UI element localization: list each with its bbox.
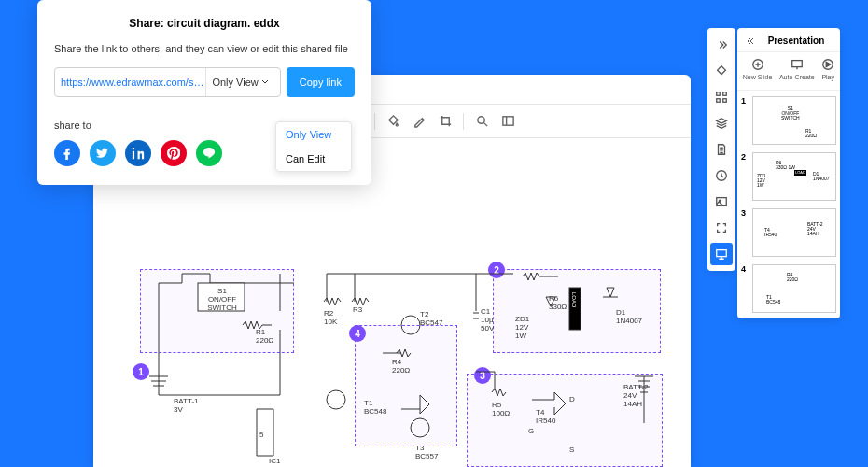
presentation-panel: Presentation New Slide Auto-Create Play … (737, 28, 840, 318)
play-button[interactable]: Play (821, 58, 834, 80)
share-desc: Share the link to others, and they can v… (54, 43, 355, 54)
presentation-title: Presentation (760, 35, 833, 46)
divider (463, 113, 464, 130)
permission-dropdown: Only View Can Edit (275, 121, 352, 172)
perm-only-view[interactable]: Only View (276, 122, 351, 147)
slide-thumb: R6330Ω 1W ZD112V1W LOAD D11N4007 (752, 152, 836, 201)
lbl-g: G (528, 428, 534, 436)
slide-num: 1 (741, 96, 749, 145)
presentation-icon[interactable] (710, 243, 733, 265)
fill-tool[interactable] (385, 113, 401, 130)
expand-tool[interactable] (499, 113, 516, 130)
svg-rect-21 (717, 250, 727, 257)
slide-thumb: R4220Ω T1BC548 (752, 264, 836, 313)
lbl-t4: T4 IR540 (536, 409, 555, 426)
lbl-p5: 5 (259, 432, 263, 440)
new-slide-button[interactable]: New Slide (743, 58, 773, 80)
slide-num: 2 (741, 152, 749, 201)
lbl-d: D (569, 396, 575, 404)
collapse-icon[interactable] (710, 34, 733, 56)
fullscreen-icon[interactable] (710, 217, 733, 239)
svg-point-11 (401, 316, 420, 334)
lbl-t2: T2 BC547 (420, 311, 442, 328)
slide-thumb: S1ON/OFFSWITCH R1220Ω (752, 96, 836, 145)
perm-can-edit[interactable]: Can Edit (276, 147, 351, 171)
svg-rect-14 (717, 92, 721, 96)
lbl-d1: D1 1N4007 (616, 309, 642, 326)
lbl-r5: R5 100Ω (492, 402, 510, 418)
circuit-svg (131, 213, 691, 467)
svg-point-10 (327, 390, 345, 409)
svg-point-12 (411, 418, 429, 437)
slide-item[interactable]: 1 S1ON/OFFSWITCH R1220Ω (741, 96, 836, 145)
share-title: Share: circuit diagram. eddx (54, 17, 355, 30)
lbl-r4: R4 220Ω (392, 359, 410, 375)
chevron-down-icon (261, 78, 269, 86)
image-icon[interactable] (710, 191, 733, 213)
slide-num: 3 (741, 208, 749, 257)
lbl-ic1: IC1 MCT2E (269, 458, 294, 467)
lbl-load: LOAD (570, 292, 577, 307)
lbl-t1: T1 BC548 (364, 400, 386, 417)
share-permission-select[interactable]: Only View (205, 68, 273, 96)
right-ribbon (707, 28, 735, 271)
copy-link-button[interactable]: Copy link (287, 67, 355, 97)
lbl-s1: S1 ON/OFF SWITCH (203, 288, 241, 312)
search-tool[interactable] (473, 113, 490, 130)
line-icon[interactable] (196, 140, 222, 166)
twitter-icon[interactable] (90, 140, 116, 166)
svg-point-7 (477, 117, 484, 124)
facebook-icon[interactable] (54, 140, 80, 166)
share-dialog: Share: circuit diagram. eddx Share the l… (37, 0, 371, 185)
slide-item[interactable]: 3 T4IR540 BATT-224V14AH (741, 208, 836, 257)
slide-thumb: T4IR540 BATT-224V14AH (752, 208, 836, 257)
slide-item[interactable]: 2 R6330Ω 1W ZD112V1W LOAD D11N4007 (741, 152, 836, 201)
layers-icon[interactable] (710, 112, 733, 134)
page-icon[interactable] (710, 138, 733, 161)
svg-rect-23 (792, 61, 803, 67)
lbl-t3: T3 BC557 (415, 445, 438, 461)
lbl-batt1: BATT-1 3V (174, 398, 199, 415)
svg-rect-17 (723, 99, 727, 103)
lbl-batt2: BATT-2 24V 14AH (623, 384, 649, 408)
history-icon[interactable] (710, 164, 733, 187)
share-link[interactable]: https://www.edrawmax.com/server... (61, 77, 205, 88)
grid-icon[interactable] (710, 86, 733, 108)
lbl-r3: R3 (353, 306, 362, 315)
svg-rect-16 (717, 99, 721, 103)
pen-tool[interactable] (411, 113, 427, 130)
lbl-r6: R6 330Ω (549, 295, 567, 312)
lbl-r2: R2 10K (324, 310, 337, 327)
share-link-box: https://www.edrawmax.com/server... Only … (54, 67, 281, 97)
crop-tool[interactable] (437, 113, 454, 130)
linkedin-icon[interactable] (125, 140, 151, 166)
svg-rect-8 (502, 117, 512, 125)
slide-item[interactable]: 4 R4220Ω T1BC548 (741, 264, 836, 313)
lbl-r1: R1 220Ω (256, 329, 273, 346)
lbl-s: S (569, 446, 574, 455)
lbl-zd1: ZD1 12V 1W (515, 316, 529, 340)
auto-create-button[interactable]: Auto-Create (779, 58, 815, 80)
divider (374, 113, 375, 130)
bucket-icon[interactable] (710, 60, 733, 82)
slide-num: 4 (741, 264, 749, 313)
canvas[interactable]: 1 2 3 4 (93, 138, 691, 467)
collapse-icon[interactable] (745, 36, 754, 46)
slides-list: 1 S1ON/OFFSWITCH R1220Ω 2 R6330Ω 1W ZD11… (737, 91, 840, 318)
lbl-c1: C1 10μ 50V (481, 308, 494, 333)
pinterest-icon[interactable] (161, 140, 187, 166)
svg-rect-15 (723, 92, 727, 96)
